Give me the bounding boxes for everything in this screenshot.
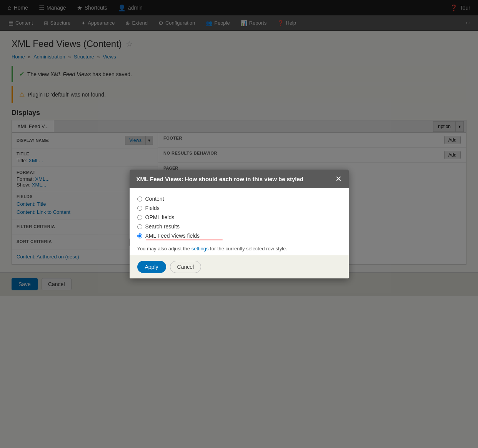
radio-opml[interactable]: OPML fields (137, 214, 341, 220)
modal-dialog: XML Feed Views: How should each row in t… (130, 170, 349, 278)
radio-xml[interactable]: XML Feed Views fields (137, 233, 341, 239)
red-underline (146, 240, 223, 240)
modal-title: XML Feed Views: How should each row in t… (137, 176, 304, 182)
radio-content[interactable]: Content (137, 196, 341, 202)
apply-button[interactable]: Apply (137, 261, 166, 273)
radio-opml-label: OPML fields (145, 214, 175, 220)
radio-opml-input[interactable] (137, 215, 142, 220)
modal-body: Content Fields OPML fields Search result… (130, 188, 349, 255)
modal-header: XML Feed Views: How should each row in t… (130, 170, 349, 188)
radio-fields[interactable]: Fields (137, 205, 341, 211)
modal-overlay: XML Feed Views: How should each row in t… (0, 0, 478, 296)
radio-fields-label: Fields (145, 205, 160, 211)
modal-close-button[interactable]: ✕ (335, 175, 342, 183)
radio-xml-label: XML Feed Views fields (145, 233, 200, 239)
modal-cancel-button[interactable]: Cancel (170, 261, 202, 273)
modal-radio-group: Content Fields OPML fields Search result… (137, 196, 341, 240)
settings-link[interactable]: settings (192, 246, 209, 251)
radio-content-input[interactable] (137, 197, 142, 202)
radio-search-label: Search results (145, 223, 180, 230)
radio-xml-input[interactable] (137, 233, 142, 238)
radio-content-label: Content (145, 196, 164, 202)
radio-fields-input[interactable] (137, 206, 142, 211)
radio-search-input[interactable] (137, 224, 142, 229)
radio-search[interactable]: Search results (137, 223, 341, 230)
modal-note: You may also adjust the settings for the… (137, 246, 341, 251)
modal-footer: Apply Cancel (130, 255, 349, 278)
